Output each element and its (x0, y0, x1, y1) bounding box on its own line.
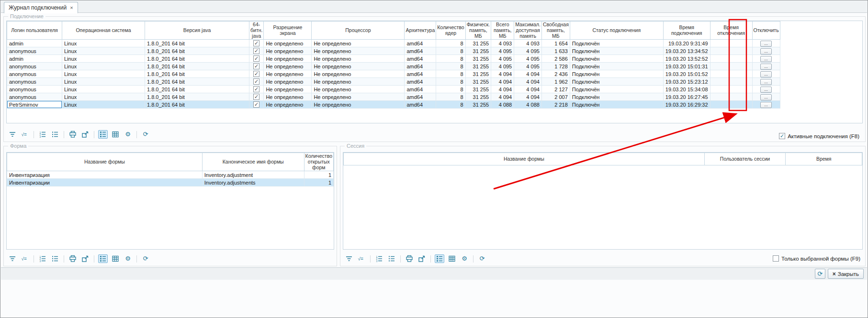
connection-row[interactable]: adminLinux1.8.0_201 64 bit✓Не определено… (7, 55, 780, 63)
disconnect-button[interactable]: ... (760, 102, 772, 108)
column-header-user[interactable]: Пользователь сессии (704, 153, 786, 165)
cell-action: ... (752, 93, 780, 101)
column-header-action[interactable]: Отключить (752, 22, 780, 40)
cell-count: 1 (304, 171, 333, 179)
export-icon[interactable] (80, 130, 90, 139)
active-connections-checkbox[interactable]: ✓ Активные подключения (F8) (779, 133, 859, 139)
refresh-icon[interactable]: ⟳ (141, 130, 150, 139)
cell-total: 4 094 (491, 70, 514, 78)
cell-arch: amd64 (405, 63, 436, 70)
list-icon[interactable] (50, 254, 60, 263)
formula-icon[interactable]: √= (20, 130, 30, 139)
connection-row[interactable]: anonymousLinux1.8.0_201 64 bit✓Не опреде… (7, 63, 780, 70)
disconnect-button[interactable]: ... (760, 79, 772, 85)
table-grid-icon[interactable] (111, 254, 120, 263)
print-icon[interactable] (405, 254, 414, 263)
session-table-viewport[interactable]: Название формыПользователь сессииВремя (343, 152, 863, 250)
column-header-bit64[interactable]: 64-битн. java (249, 22, 264, 40)
only-selected-form-checkbox[interactable]: Только выбранной формы (F9) (773, 255, 860, 262)
column-header-total[interactable]: Всего память, МБ (491, 22, 514, 40)
filter-icon[interactable] (8, 130, 17, 139)
settings-icon[interactable]: ⚙ (123, 254, 133, 263)
tab-close-icon[interactable]: × (70, 5, 73, 11)
cell-phys: 31 255 (465, 70, 491, 78)
list-icon[interactable] (387, 254, 396, 263)
disconnect-button[interactable]: ... (760, 94, 772, 100)
disconnect-button[interactable]: ... (760, 64, 772, 70)
cell-status: Подключён (570, 47, 663, 55)
column-header-java[interactable]: Версия java (145, 22, 249, 40)
cell-phys: 31 255 (465, 63, 491, 70)
disconnect-button[interactable]: ... (760, 71, 772, 77)
cell-status: Подключён (570, 86, 663, 93)
filter-icon[interactable] (8, 254, 17, 263)
column-header-count[interactable]: Количество открытых форм (304, 153, 333, 171)
column-header-max[interactable]: Максимал. доступная память (514, 22, 542, 40)
disconnect-button[interactable]: ... (760, 48, 772, 55)
cell-java: 1.8.0_201 64 bit (145, 70, 249, 78)
formula-icon[interactable]: √= (357, 254, 366, 263)
disconnect-button[interactable]: ... (760, 56, 772, 62)
connection-row[interactable]: anonymousLinux1.8.0_201 64 bit✓Не опреде… (7, 47, 780, 55)
column-header-disconnected[interactable]: Время отключения (710, 22, 752, 40)
list-view-icon[interactable] (98, 130, 108, 139)
refresh-icon[interactable]: ⟳ (141, 254, 150, 263)
connection-row[interactable]: anonymousLinux1.8.0_201 64 bit✓Не опреде… (7, 70, 780, 78)
export-icon[interactable] (80, 254, 90, 263)
svg-text:√=: √= (22, 132, 27, 137)
column-header-time[interactable]: Время (786, 153, 862, 165)
form-table-viewport[interactable]: Название формыКаноническое имя формыКоли… (6, 152, 334, 250)
column-header-name[interactable]: Название формы (344, 153, 705, 165)
close-button[interactable]: × Закрыть (828, 269, 864, 279)
checkbox-checked-icon: ✓ (253, 71, 259, 77)
column-header-status[interactable]: Статус подключения (570, 22, 663, 40)
connection-row[interactable]: PetrSmirnovLinux1.8.0_201 64 bit✓Не опре… (7, 101, 780, 109)
table-grid-icon[interactable] (111, 130, 120, 139)
filter-icon[interactable] (344, 254, 354, 263)
settings-icon[interactable]: ⚙ (123, 130, 133, 139)
export-icon[interactable] (417, 254, 427, 263)
refresh-icon[interactable]: ⟳ (477, 254, 487, 263)
numbered-list-icon[interactable]: 123 (38, 130, 47, 139)
form-row[interactable]: ИнвентаризацииInventory.adjustments1 (7, 179, 334, 186)
numbered-list-icon[interactable]: 123 (374, 254, 384, 263)
svg-text:3: 3 (40, 135, 41, 138)
column-header-cores[interactable]: Количество ядер (436, 22, 465, 40)
list-view-icon[interactable] (98, 254, 108, 263)
column-header-cpu[interactable]: Процессор (312, 22, 405, 40)
disconnect-button[interactable]: ... (760, 41, 772, 47)
tab-connection-log[interactable]: Журнал подключений × (4, 2, 78, 13)
disconnect-button[interactable]: ... (760, 87, 772, 93)
cell-disconnected (710, 55, 752, 63)
print-icon[interactable] (68, 130, 78, 139)
connection-row[interactable]: anonymousLinux1.8.0_201 64 bit✓Не опреде… (7, 86, 780, 93)
cell-disconnected (710, 70, 752, 78)
connection-row[interactable]: anonymousLinux1.8.0_201 64 bit✓Не опреде… (7, 93, 780, 101)
column-header-free[interactable]: Свободная память, МБ (541, 22, 570, 40)
column-header-canonical[interactable]: Каноническое имя формы (202, 153, 304, 171)
cell-connected: 19.03.20 15:01:31 (663, 63, 710, 70)
print-icon[interactable] (68, 254, 78, 263)
refresh-button[interactable]: ⟳ (815, 269, 825, 279)
column-header-resolution[interactable]: Разрешение экрана (264, 22, 312, 40)
column-header-arch[interactable]: Архитектура (405, 22, 436, 40)
column-header-login[interactable]: Логин пользователя (7, 22, 62, 40)
toolbar-separator (400, 255, 401, 263)
connection-row[interactable]: anonymousLinux1.8.0_201 64 bit✓Не опреде… (7, 78, 780, 86)
connection-row[interactable]: adminLinux1.8.0_201 64 bit✓Не определено… (7, 40, 780, 47)
numbered-list-icon[interactable]: 123 (38, 254, 47, 263)
table-grid-icon[interactable] (447, 254, 457, 263)
form-row[interactable]: ИнвентаризацияInventory.adjustment1 (7, 171, 334, 179)
settings-icon[interactable]: ⚙ (460, 254, 469, 263)
cell-max: 4 094 (514, 86, 542, 93)
list-icon[interactable] (50, 130, 60, 139)
list-view-icon[interactable] (435, 254, 444, 263)
connections-table-viewport[interactable]: Логин пользователяОперационная системаВе… (6, 21, 863, 123)
column-header-connected[interactable]: Время подключения (663, 22, 710, 40)
column-header-name[interactable]: Название формы (7, 153, 203, 171)
formula-icon[interactable]: √= (20, 254, 30, 263)
column-header-phys[interactable]: Физическ. память, МБ (465, 22, 491, 40)
checkbox-checked-icon: ✓ (253, 94, 259, 100)
column-header-os[interactable]: Операционная система (62, 22, 145, 40)
cell-connected: 19.03.20 15:23:12 (663, 78, 710, 86)
